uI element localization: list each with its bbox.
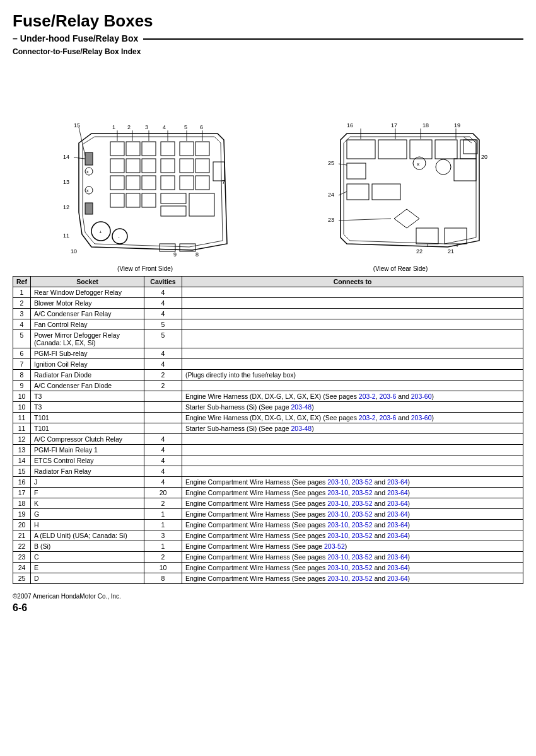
cell-ref: 3	[13, 309, 31, 319]
page-ref-link[interactable]: 203-52	[352, 564, 373, 571]
svg-rect-21	[110, 159, 124, 173]
page-ref-link[interactable]: 203-64	[387, 521, 408, 529]
col-header-socket: Socket	[31, 277, 144, 287]
page-ref-link[interactable]: 203-52	[352, 478, 373, 486]
table-row: 7Ignition Coil Relay4	[13, 359, 523, 370]
section-header: – Under-hood Fuse/Relay Box	[13, 33, 523, 43]
page-ref-link[interactable]: 203-52	[352, 575, 373, 582]
page-ref-link[interactable]: 203-52	[352, 521, 373, 529]
connector-table: Ref Socket Cavities Connects to 1Rear Wi…	[13, 276, 523, 584]
page-ref-link[interactable]: 203-64	[387, 532, 408, 539]
svg-rect-74	[460, 140, 476, 159]
page-ref-link[interactable]: 203-10	[327, 500, 348, 507]
page-ref-link[interactable]: 203-6	[380, 414, 397, 421]
page-ref-link[interactable]: 203-64	[387, 575, 408, 582]
table-row: 12A/C Compressor Clutch Relay4	[13, 434, 523, 445]
cell-cavities	[144, 423, 182, 434]
svg-text:x: x	[86, 169, 89, 174]
cell-connects: Engine Compartment Wire Harness (See pag…	[182, 552, 523, 563]
table-row: 2Blower Motor Relay4	[13, 298, 523, 309]
cell-connects: Engine Compartment Wire Harness (See pag…	[182, 573, 523, 584]
table-row: 16J4Engine Compartment Wire Harness (See…	[13, 477, 523, 488]
cell-socket: C	[31, 552, 144, 563]
table-row: 11T101Starter Sub-harness (Si) (See page…	[13, 423, 523, 434]
svg-text:2: 2	[127, 124, 131, 130]
page-ref-link[interactable]: 203-52	[324, 542, 345, 550]
page-ref-link[interactable]: 203-6	[380, 392, 397, 400]
svg-text:24: 24	[328, 192, 334, 198]
table-row: 20H1Engine Compartment Wire Harness (See…	[13, 520, 523, 530]
page-ref-link[interactable]: 203-10	[327, 478, 348, 486]
cell-ref: 13	[13, 445, 31, 455]
page-ref-link[interactable]: 203-10	[327, 564, 348, 571]
cell-socket: PGM-FI Sub-relay	[31, 348, 144, 359]
cell-cavities: 1	[144, 541, 182, 552]
table-row: 25D8Engine Compartment Wire Harness (See…	[13, 573, 523, 584]
cell-cavities: 4	[144, 287, 182, 298]
svg-rect-76	[454, 159, 476, 181]
page-ref-link[interactable]: 203-10	[327, 553, 348, 561]
cell-connects: Engine Wire Harness (DX, DX-G, LX, GX, E…	[182, 413, 523, 423]
svg-rect-34	[110, 193, 124, 207]
page-ref-link[interactable]: 203-2	[359, 392, 376, 400]
svg-line-52	[79, 127, 85, 156]
page-ref-link[interactable]: 203-64	[387, 553, 408, 561]
cell-socket: Radiator Fan Relay	[31, 466, 144, 477]
svg-text:6: 6	[200, 124, 203, 130]
cell-socket: T101	[31, 413, 144, 423]
svg-rect-32	[195, 176, 209, 190]
cell-ref: 10	[13, 402, 31, 413]
page-ref-link[interactable]: 203-60	[411, 392, 432, 400]
cell-socket: Rear Window Defogger Relay	[31, 287, 144, 298]
page-ref-link[interactable]: 203-52	[352, 510, 373, 518]
page-ref-link[interactable]: 203-10	[327, 532, 348, 539]
svg-text:14: 14	[63, 154, 69, 160]
page-ref-link[interactable]: 203-64	[387, 564, 408, 571]
page-ref-link[interactable]: 203-52	[352, 489, 373, 496]
page-ref-link[interactable]: 203-64	[387, 478, 408, 486]
cell-connects: Engine Compartment Wire Harness (See pag…	[182, 530, 523, 541]
cell-connects	[182, 330, 523, 348]
cell-ref: 25	[13, 573, 31, 584]
page-ref-link[interactable]: 203-10	[327, 489, 348, 496]
svg-rect-30	[161, 176, 175, 190]
page-ref-link[interactable]: 203-10	[327, 510, 348, 518]
page-ref-link[interactable]: 203-64	[387, 500, 408, 507]
cell-socket: J	[31, 477, 144, 488]
table-row: 13PGM-FI Main Relay 14	[13, 445, 523, 455]
svg-rect-24	[161, 159, 175, 173]
svg-rect-72	[410, 140, 432, 159]
cell-socket: ETCS Control Relay	[31, 455, 144, 466]
page-ref-link[interactable]: 203-60	[411, 414, 432, 421]
cell-ref: 14	[13, 455, 31, 466]
col-header-cavities: Cavities	[144, 277, 182, 287]
svg-rect-50	[160, 244, 175, 251]
page-ref-link[interactable]: 203-48	[291, 403, 312, 411]
cell-cavities: 20	[144, 488, 182, 498]
page-ref-link[interactable]: 203-2	[359, 414, 376, 421]
page-ref-link[interactable]: 203-52	[352, 532, 373, 539]
cell-socket: H	[31, 520, 144, 530]
svg-text:x: x	[86, 188, 89, 193]
page-ref-link[interactable]: 203-52	[352, 553, 373, 561]
page-ref-link[interactable]: 203-64	[387, 489, 408, 496]
svg-rect-17	[142, 142, 156, 156]
page-ref-link[interactable]: 203-48	[291, 425, 312, 432]
svg-text:11: 11	[63, 232, 69, 239]
cell-socket: Fan Control Relay	[31, 319, 144, 330]
cell-cavities: 4	[144, 466, 182, 477]
page-ref-link[interactable]: 203-64	[387, 510, 408, 518]
svg-rect-27	[110, 176, 124, 190]
cell-ref: 16	[13, 477, 31, 488]
page-number: 6-6	[13, 602, 523, 614]
svg-rect-22	[126, 159, 140, 173]
page-ref-link[interactable]: 203-10	[327, 521, 348, 529]
cell-ref: 17	[13, 488, 31, 498]
page-ref-link[interactable]: 203-52	[352, 500, 373, 507]
svg-text:23: 23	[328, 217, 334, 223]
table-row: 8Radiator Fan Diode2(Plugs directly into…	[13, 370, 523, 381]
cell-socket: A/C Condenser Fan Diode	[31, 381, 144, 391]
page-ref-link[interactable]: 203-10	[327, 575, 348, 582]
cell-connects: Starter Sub-harness (Si) (See page 203-4…	[182, 423, 523, 434]
svg-rect-25	[180, 159, 194, 173]
